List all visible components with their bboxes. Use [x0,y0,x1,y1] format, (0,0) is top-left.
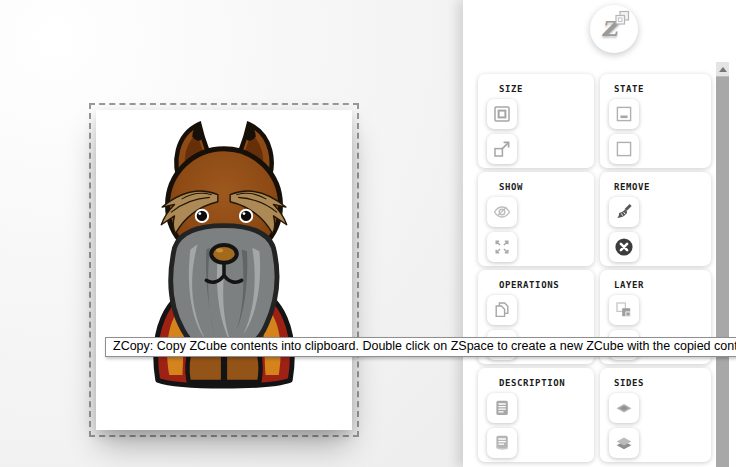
card-sides-label: SIDES [614,378,711,388]
side-stack-icon [614,433,634,453]
restore-button[interactable] [609,134,639,164]
side-single-icon [614,398,634,418]
resize-fit-icon [492,104,512,124]
card-sides: SIDES [600,368,711,462]
restore-icon [614,139,634,159]
card-size-label: SIZE [499,84,594,94]
zcube-card[interactable] [96,110,352,430]
minimize-icon [614,104,634,124]
side-stack-button[interactable] [609,428,639,458]
layered-pages-icon [614,10,631,27]
description-view-icon [492,398,512,418]
card-show: SHOW [478,172,594,266]
description-view-button[interactable] [487,393,517,423]
layer-forward-button[interactable] [609,295,639,325]
card-state: STATE [600,74,711,168]
scroll-up-icon [719,67,727,72]
card-layer-label: LAYER [614,280,711,290]
zcopy-tooltip: ZCopy: Copy ZCube contents into clipboar… [105,337,736,357]
description-edit-icon [492,433,512,453]
delete-button[interactable] [609,232,639,262]
card-state-label: STATE [614,84,711,94]
expand-arrows-icon [492,237,512,257]
card-remove-label: REMOVE [614,182,711,192]
broom-icon [614,202,634,222]
control-panel: z SIZE [463,0,736,467]
card-show-label: SHOW [499,182,594,192]
zspace-canvas[interactable] [0,0,463,467]
card-description-label: DESCRIPTION [499,378,594,388]
scrollbar-thumb[interactable] [716,76,729,467]
card-remove: REMOVE [600,172,711,266]
card-operations-label: OPERATIONS [499,280,594,290]
zcube-selection-marquee [89,103,359,437]
eye-icon [492,202,512,222]
zcube-logo-button[interactable]: z [590,5,638,53]
scroll-up-button[interactable] [716,62,729,76]
close-circle-icon [614,237,634,257]
copy-icon [492,300,512,320]
clear-button[interactable] [609,197,639,227]
panel-scrollbar[interactable] [716,62,729,467]
visibility-button[interactable] [487,197,517,227]
zcopy-button[interactable] [487,295,517,325]
minimize-button[interactable] [609,99,639,129]
app-window: z SIZE [0,0,736,467]
resize-fit-button[interactable] [487,99,517,129]
resize-scale-icon [492,139,512,159]
layer-forward-icon [614,300,634,320]
card-description: DESCRIPTION [478,368,594,462]
fullscreen-button[interactable] [487,232,517,262]
resize-scale-button[interactable] [487,134,517,164]
card-size: SIZE [478,74,594,168]
description-edit-button[interactable] [487,428,517,458]
side-single-button[interactable] [609,393,639,423]
panel-card-grid: SIZE STATE [478,74,711,462]
